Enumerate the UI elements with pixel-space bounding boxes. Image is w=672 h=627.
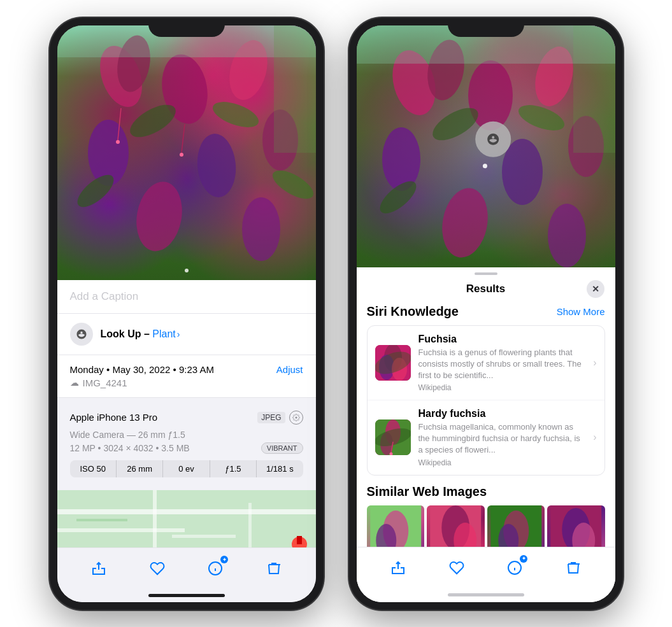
svg-rect-23 — [153, 490, 157, 548]
show-more-button[interactable]: Show More — [557, 306, 605, 317]
device-section: Apple iPhone 13 Pro JPEG Wide Camera — 2… — [57, 403, 316, 485]
visual-lookup-button[interactable] — [475, 121, 511, 157]
results-header: Results ✕ — [357, 280, 615, 304]
hardy-chevron: › — [593, 432, 596, 443]
photo-date: Monday • May 30, 2022 • 9:23 AM — [70, 364, 214, 375]
metadata-section: Monday • May 30, 2022 • 9:23 AM Adjust ☁… — [57, 355, 316, 398]
cloud-icon: ☁ — [70, 377, 79, 388]
exif-aperture: ƒ1.5 — [210, 460, 257, 477]
visual-lookup-dot — [482, 164, 487, 168]
svg-point-19 — [295, 416, 297, 418]
photo-dot — [185, 269, 189, 272]
delete-button[interactable] — [262, 557, 285, 580]
right-screen: Results ✕ Siri Knowledge Show More — [357, 25, 615, 602]
svg-point-16 — [268, 165, 316, 204]
map-preview[interactable] — [57, 490, 316, 548]
exif-focal: 26 mm — [117, 460, 163, 477]
results-panel: Results ✕ Siri Knowledge Show More — [357, 267, 615, 602]
siri-knowledge-title: Siri Knowledge — [367, 304, 459, 319]
lookup-section[interactable]: Look Up – Plant› — [57, 314, 316, 355]
svg-rect-25 — [172, 535, 236, 538]
similar-images-row — [367, 505, 605, 547]
knowledge-item-fuchsia[interactable]: Fuchsia Fuchsia is a genus of flowering … — [368, 326, 604, 401]
notch — [148, 18, 225, 37]
like-button[interactable] — [146, 557, 169, 580]
format-badge: JPEG — [257, 412, 285, 423]
toolbar-right: ✦ — [357, 547, 615, 588]
svg-point-37 — [382, 127, 420, 191]
svg-point-41 — [548, 204, 586, 267]
home-indicator-right — [357, 588, 615, 602]
svg-point-11 — [116, 140, 120, 144]
lookup-text[interactable]: Look Up – Plant› — [101, 328, 180, 340]
vibrant-badge: VIBRANT — [261, 442, 303, 454]
device-name: Apple iPhone 13 Pro — [70, 412, 158, 423]
svg-point-14 — [209, 96, 261, 132]
svg-rect-22 — [57, 528, 185, 532]
results-content: Siri Knowledge Show More — [357, 304, 615, 547]
similar-img-2[interactable] — [427, 505, 485, 547]
gear-icon — [289, 411, 303, 425]
svg-point-5 — [194, 132, 238, 199]
caption-placeholder[interactable]: Add a Caption — [70, 290, 139, 302]
left-screen: Add a Caption Look Up – Plant› Monday • … — [57, 25, 316, 602]
svg-rect-21 — [57, 509, 316, 514]
svg-line-10 — [182, 124, 185, 153]
hardy-name: Hardy fuchsia — [418, 408, 586, 419]
exif-row: ISO 50 26 mm 0 ev ƒ1.5 1/181 s — [70, 460, 303, 477]
hardy-info: Hardy fuchsia Fuchsia magellanica, commo… — [418, 408, 586, 467]
svg-rect-26 — [76, 519, 127, 521]
svg-point-12 — [180, 153, 183, 157]
fuchsia-chevron: › — [593, 357, 596, 369]
similar-img-1[interactable] — [367, 505, 425, 547]
knowledge-item-hardy[interactable]: Hardy fuchsia Fuchsia magellanica, commo… — [368, 400, 604, 475]
knowledge-card: Fuchsia Fuchsia is a genus of flowering … — [367, 325, 605, 476]
fuchsia-name: Fuchsia — [418, 334, 586, 345]
info-button[interactable]: ✦ — [204, 557, 227, 580]
svg-rect-18 — [274, 25, 316, 153]
exif-shutter: 1/181 s — [257, 460, 303, 477]
lookup-icon — [70, 323, 93, 346]
similar-web-title: Similar Web Images — [367, 484, 605, 499]
hardy-source: Wikipedia — [418, 458, 586, 467]
home-indicator — [57, 589, 316, 602]
notch-right — [448, 18, 524, 37]
drag-handle[interactable] — [475, 272, 497, 275]
left-phone: Add a Caption Look Up – Plant› Monday • … — [50, 18, 324, 610]
like-button-right[interactable] — [445, 556, 468, 579]
svg-point-7 — [131, 178, 187, 254]
svg-point-8 — [242, 197, 280, 261]
fuchsia-source: Wikipedia — [418, 383, 586, 392]
fuchsia-thumbnail — [375, 345, 411, 381]
close-button[interactable]: ✕ — [587, 280, 604, 298]
mp-info: 12 MP • 3024 × 4032 • 3.5 MB — [70, 443, 190, 453]
similar-img-4[interactable] — [547, 505, 605, 547]
caption-area[interactable]: Add a Caption — [57, 280, 316, 314]
exif-ev: 0 ev — [163, 460, 210, 477]
share-button-right[interactable] — [387, 556, 410, 579]
similar-web-section: Similar Web Images — [367, 484, 605, 547]
info-button-right[interactable]: ✦ — [503, 556, 526, 579]
photo-display[interactable] — [57, 25, 316, 280]
fuchsia-info: Fuchsia Fuchsia is a genus of flowering … — [418, 334, 586, 393]
delete-button-right[interactable] — [562, 556, 585, 579]
hardy-thumbnail — [375, 419, 411, 455]
results-title: Results — [466, 283, 505, 295]
hardy-desc: Fuchsia magellanica, commonly known as t… — [418, 421, 586, 456]
exif-iso: ISO 50 — [70, 460, 117, 477]
siri-knowledge-header: Siri Knowledge Show More — [367, 304, 605, 319]
share-button[interactable] — [87, 557, 110, 580]
photo-display-right — [357, 25, 615, 267]
svg-rect-28 — [297, 536, 302, 544]
fuchsia-desc: Fuchsia is a genus of flowering plants t… — [418, 347, 586, 382]
camera-spec: Wide Camera — 26 mm ƒ1.5 — [70, 430, 303, 440]
adjust-button[interactable]: Adjust — [276, 364, 303, 375]
toolbar: ✦ — [57, 547, 316, 589]
right-phone: Results ✕ Siri Knowledge Show More — [349, 18, 623, 610]
similar-img-3[interactable] — [487, 505, 545, 547]
svg-rect-24 — [248, 503, 252, 548]
filename: IMG_4241 — [83, 377, 127, 388]
